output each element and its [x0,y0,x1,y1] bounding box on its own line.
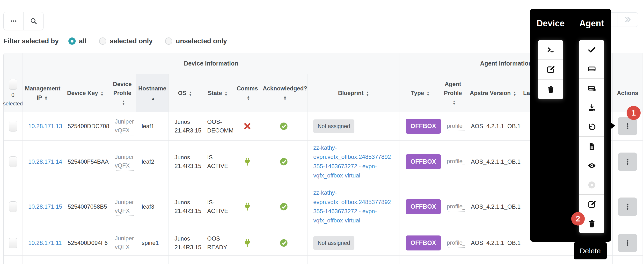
sort-icon: ▲▼ [452,100,456,105]
cell-os: Junos 21.4R3.15 [169,183,201,231]
col-header-comms[interactable]: Comms▲▼ [234,74,260,112]
col-header-device_key[interactable]: Device Key▲▼ [62,74,109,112]
radio-icon[interactable] [165,38,172,45]
sort-icon: ▲▼ [122,100,125,105]
management-ip-link[interactable]: 10.28.171.14 [28,158,62,166]
device-action-trash[interactable] [538,80,563,99]
cell-blueprint: zz-kathy-evpn.vqfx_offbox.2485377892355-… [308,183,400,231]
col-header-device_profile[interactable]: Device Profile▲▼ [109,74,136,112]
col-header-management_ip[interactable]: Management IP▲▼ [22,74,62,112]
select-all-checkbox[interactable] [9,79,17,90]
agent-action-drive[interactable] [579,59,604,78]
sort-icon: ▲▼ [44,95,48,100]
file-icon [588,142,596,150]
sort-icon: ▲▼ [366,91,369,96]
filter-option-all[interactable]: all [68,37,86,45]
col-header-state[interactable]: State▲▼ [201,74,234,112]
cell-comms [234,231,260,256]
radio-icon[interactable] [99,38,106,45]
agent-action-edit[interactable] [579,194,604,214]
row-actions-button[interactable] [618,152,637,171]
dots-vertical-icon [624,122,632,130]
cell-type: OFFBOX [400,141,441,183]
search-button[interactable] [24,12,43,30]
agent-action-file[interactable] [579,136,604,156]
ack-check-icon [280,238,288,247]
cell-agent-profile: profile_vqfx [441,183,465,231]
comms-up-icon [243,202,252,211]
selected-count-label: selected [3,100,23,107]
agent-action-drive-x[interactable] [579,78,604,98]
col-header-apstra_version[interactable]: Apstra Version▲▼ [465,74,521,112]
management-ip-link[interactable]: 10.28.171.13 [28,122,62,130]
row-actions-button[interactable] [618,234,637,252]
cell-apstra-version: AOS_4.2.1.1_OB.10 [465,183,521,231]
stop-icon [588,180,596,189]
cell-os: Junos 21.4R3.15 [169,112,201,141]
sort-icon: ▲▼ [189,91,192,96]
row-checkbox[interactable] [9,202,17,212]
row-checkbox[interactable] [9,156,17,167]
device-profile-value[interactable]: Juniper vQFX [115,152,134,171]
dots-vertical-icon [624,239,632,247]
pagination-chevron-double-right-button[interactable] [617,12,638,26]
row-actions-button[interactable] [618,198,637,216]
device-action-terminal[interactable] [538,40,563,60]
device-profile-value[interactable]: Juniper vQFX [115,117,134,136]
col-header-label: La [523,88,530,98]
row-checkbox[interactable] [9,238,17,248]
cell-hostname: spine1 [136,231,169,256]
device-profile-value[interactable]: Juniper vQFX [115,234,134,252]
comms-down-icon [243,122,252,130]
chevron-double-right-icon [623,15,632,24]
cell-device-profile: Juniper vQFX [109,141,136,183]
col-header-label: Blueprint▲▼ [310,88,397,98]
device-profile-value[interactable]: Juniper vQFX [115,198,134,216]
cell-select [4,112,22,141]
management-ip-link[interactable]: 10.28.171.11 [28,238,62,247]
col-header-label: Agent Profile▲▼ [443,80,462,106]
col-header-type[interactable]: Type▲▼ [400,74,441,112]
download-icon [588,103,596,112]
col-header-label: Acknowledged?▲▼ [263,84,305,102]
col-header-hostname[interactable]: Hostname▲ [136,74,169,112]
filter-option-label: unselected only [176,37,227,45]
overlay-agent-title: Agent [579,18,604,28]
row-checkbox[interactable] [9,121,17,132]
cell-os [169,256,201,264]
cell-comms [234,183,260,231]
cell-blueprint: zz-kathy- [308,256,400,264]
col-header-os[interactable]: OS▲▼ [169,74,201,112]
agent-action-eye[interactable] [579,156,604,175]
bulk-actions-overlay: Device Agent [530,9,611,242]
blueprint-link[interactable]: zz-kathy-evpn.vqfx_offbox.2485377892355-… [313,143,398,180]
cell-device-key: 525400DDC708 [62,112,109,141]
device-action-edit[interactable] [538,60,563,80]
col-header-select: 0selected [4,74,22,112]
management-ip-link[interactable]: 10.28.171.15 [28,202,62,211]
filter-option-selected-only[interactable]: selected only [99,37,152,45]
ellipsis-menu-button[interactable] [4,12,24,30]
col-header-acknowledged[interactable]: Acknowledged?▲▼ [260,74,308,112]
radio-selected-icon[interactable] [68,38,76,45]
cell-state: IS-ACTIVE [201,141,234,183]
col-header-label: Type▲▼ [402,88,438,98]
col-header-blueprint[interactable]: Blueprint▲▼ [308,74,400,112]
ack-check-icon [280,158,288,166]
cell-select [4,256,22,264]
group-spacer-left [4,53,22,74]
trash-icon [588,219,596,228]
cell-state: OOS-DECOMM [201,112,234,141]
col-header-label: Management IP▲▼ [25,84,59,102]
agent-action-undo[interactable] [579,117,604,136]
col-header-label: Device Profile▲▼ [112,80,133,106]
agent-action-check[interactable] [579,40,604,59]
cell-select [4,231,22,256]
sort-asc-icon: ▲ [151,96,155,100]
cell-apstra-version: AOS_4.2.1.1_OB.10 [465,141,521,183]
eye-icon [588,161,596,170]
filter-option-unselected-only[interactable]: unselected only [165,37,227,45]
col-header-agent_profile[interactable]: Agent Profile▲▼ [441,74,465,112]
agent-action-download[interactable] [579,98,604,117]
blueprint-link[interactable]: zz-kathy-evpn.vqfx_offbox.2485377892355-… [313,188,398,225]
